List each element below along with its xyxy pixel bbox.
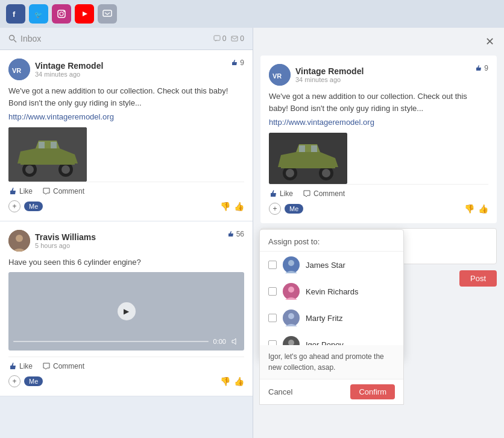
inbox-header: Inbox 0 0 (0, 28, 253, 50)
like-number-1: 9 (240, 59, 244, 67)
assign-person-3[interactable]: Marty Fritz (260, 305, 403, 331)
comment-button-2[interactable]: Comment (42, 362, 84, 370)
like-icon-2 (8, 362, 17, 370)
assign-person-1[interactable]: James Star (260, 252, 403, 278)
inbox-title: Inbox (20, 34, 41, 43)
detail-comment-button[interactable]: Comment (303, 189, 345, 198)
post-author-info-2: Travis Williams 5 hours ago (8, 230, 96, 252)
detail-header: ✕ (253, 28, 504, 56)
svg-rect-20 (20, 157, 75, 165)
facebook-icon[interactable]: f (6, 4, 25, 24)
svg-rect-11 (232, 36, 238, 41)
detail-me-tag[interactable]: Me (285, 204, 303, 214)
play-button[interactable]: ▶ (118, 302, 136, 320)
like-label-1: Like (19, 187, 33, 195)
post-author-info-1: VR Vintage Remodel 34 minutes ago (8, 59, 103, 80)
comment-button-1[interactable]: Comment (42, 187, 84, 195)
post-footer-2: + Me 👎 👍 (8, 375, 244, 387)
svg-point-17 (25, 165, 34, 174)
post-submit-button[interactable]: Post (459, 270, 497, 287)
person-name-2: Kevin Richards (306, 287, 358, 296)
detail-like-count: 9 (475, 64, 488, 72)
svg-marker-25 (232, 338, 236, 344)
thumb-up-icon-fill-1[interactable]: 👍 (234, 202, 244, 211)
assign-checkbox-1[interactable] (268, 261, 277, 269)
comment-label-2: Comment (53, 362, 84, 370)
main-area: Inbox 0 0 VR (0, 28, 504, 438)
svg-rect-33 (281, 161, 335, 168)
close-button[interactable]: ✕ (483, 33, 497, 51)
detail-like-icon (269, 189, 277, 198)
me-tag-1[interactable]: Me (24, 202, 43, 211)
svg-point-4 (63, 11, 65, 12)
detail-assign-plus[interactable]: + (269, 203, 281, 215)
assign-note-container: Igor, let's go ahead and promote the new… (259, 345, 404, 405)
inbox-search: Inbox (8, 34, 41, 43)
thumb-up-icon-2 (227, 230, 235, 238)
svg-point-30 (286, 169, 294, 177)
avatar-james-star (283, 256, 300, 273)
svg-point-3 (60, 12, 63, 16)
svg-rect-21 (39, 142, 45, 148)
assign-checkbox-2[interactable] (268, 287, 277, 296)
comment-label-1: Comment (53, 187, 84, 195)
youtube-icon[interactable] (75, 4, 94, 24)
like-button-2[interactable]: Like (8, 362, 33, 370)
post-text-2: Have you seen this 6 cylinder engine? (8, 256, 244, 268)
thumb-btns-2: 👎 👍 (220, 376, 244, 386)
detail-post-image (269, 133, 347, 184)
thumb-down-icon-2[interactable]: 👎 (220, 376, 230, 386)
comment-icon-1 (42, 187, 51, 195)
thumb-up-icon-1 (231, 59, 238, 66)
svg-text:VR: VR (272, 72, 282, 80)
post-actions-1: Like Comment (8, 182, 244, 195)
avatar-detail: VR (269, 64, 291, 86)
mail-count: 0 (240, 34, 244, 43)
like-label-2: Like (19, 362, 33, 370)
assign-person-2[interactable]: Kevin Richards (260, 278, 403, 305)
post-author-text-2: Travis Williams 5 hours ago (35, 232, 96, 249)
svg-point-39 (288, 287, 294, 293)
inbox-badges: 0 0 (213, 34, 244, 43)
twitter-icon[interactable]: 🐦 (29, 4, 48, 24)
detail-post-actions: Like Comment (269, 184, 488, 198)
svg-rect-9 (214, 36, 220, 40)
detail-like-number: 9 (484, 64, 488, 72)
post-footer-1: + Me 👎 👍 (8, 200, 244, 212)
video-placeholder: ▶ 0:00 (8, 272, 244, 351)
comment-badge-icon (213, 35, 221, 42)
detail-thumb-down-icon[interactable]: 👎 (464, 204, 474, 214)
like-button-1[interactable]: Like (8, 187, 33, 195)
svg-text:🐦: 🐦 (34, 10, 43, 19)
search-icon (8, 34, 17, 43)
progress-bar (13, 341, 209, 342)
post-time-2: 5 hours ago (35, 242, 96, 249)
svg-rect-6 (103, 10, 112, 16)
detail-post-link[interactable]: http://www.vintageremodel.org (269, 118, 488, 127)
instagram-icon[interactable] (52, 4, 71, 24)
detail-post-header: VR Vintage Remodel 34 minutes ago 9 (269, 64, 488, 86)
person-name-3: Marty Fritz (306, 314, 342, 323)
thumb-up-icon-fill-2[interactable]: 👍 (234, 376, 244, 386)
assign-plus-1[interactable]: + (8, 200, 20, 212)
detail-assign-left: + Me (269, 203, 303, 215)
thumb-down-icon-1[interactable]: 👎 (220, 202, 230, 211)
cancel-button[interactable]: Cancel (268, 384, 292, 399)
assign-plus-2[interactable]: + (8, 375, 20, 387)
detail-like-button[interactable]: Like (269, 189, 293, 198)
detail-content: VR Vintage Remodel 34 minutes ago 9 We'v… (260, 56, 497, 223)
assign-note-text: Igor, let's go ahead and promote the new… (260, 345, 403, 379)
assign-checkbox-3[interactable] (268, 314, 277, 322)
svg-rect-35 (311, 145, 317, 152)
avatar-travis (8, 230, 30, 252)
post-link-1[interactable]: http://www.vintageremodel.org (8, 112, 244, 121)
detail-thumb-up-icon[interactable]: 👍 (478, 204, 488, 214)
confirm-button[interactable]: Confirm (350, 384, 395, 399)
post-header-1: VR Vintage Remodel 34 minutes ago 9 (8, 59, 244, 80)
assign-note-actions: Cancel Confirm (260, 379, 403, 404)
svg-line-8 (14, 40, 16, 42)
message-icon[interactable] (98, 4, 117, 24)
me-tag-2[interactable]: Me (24, 376, 43, 386)
svg-rect-34 (299, 145, 305, 152)
like-icon-1 (8, 187, 17, 195)
